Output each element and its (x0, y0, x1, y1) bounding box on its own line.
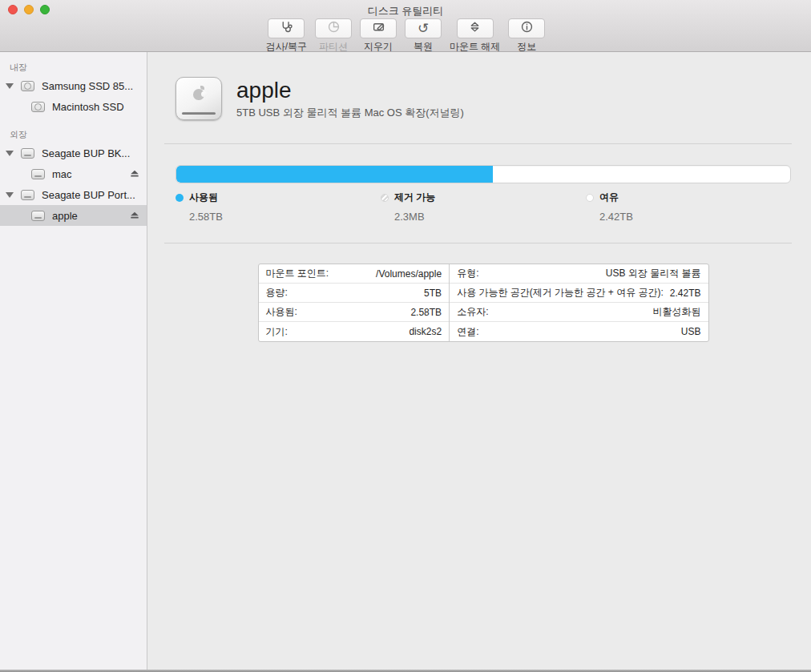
unmount-button[interactable]: 마운트 해제 (450, 18, 500, 54)
sidebar-item-label: Seagate BUP BK... (42, 147, 130, 159)
erase-button[interactable]: 지우기 (360, 18, 397, 54)
sidebar: 내장 Samsung SSD 85... Macintosh SSD 외장 Se… (0, 52, 147, 670)
sidebar-item-label: Macintosh SSD (52, 101, 124, 113)
partition-button[interactable]: 파티션 (315, 18, 352, 54)
usage-legend: 사용됨 2.58TB 제거 가능 2.3MB 여유 2.4 (176, 191, 791, 223)
volume-description: 5TB USB 외장 물리적 볼륨 Mac OS 확장(저널링) (236, 106, 464, 120)
sidebar-item-samsung-ssd[interactable]: Samsung SSD 85... (0, 75, 147, 96)
legend-item-used: 사용됨 2.58TB (176, 191, 381, 223)
sidebar-item-seagate-bup-bk[interactable]: Seagate BUP BK... (0, 143, 147, 163)
disk-utility-window: 디스크 유틸리티 검사/복구 (0, 0, 811, 672)
info-value: disk2s2 (409, 326, 442, 337)
internal-disk-icon (31, 102, 45, 112)
legend-dot-free-icon (586, 194, 594, 202)
info-value: 5TB (424, 288, 442, 299)
disclosure-triangle-icon[interactable] (6, 151, 14, 156)
storage-usage-bar (176, 165, 791, 183)
info-label: 소유자: (457, 305, 488, 319)
sidebar-item-label: mac (52, 168, 72, 180)
info-value: USB 외장 물리적 볼륨 (606, 267, 701, 280)
volume-header: apple 5TB USB 외장 물리적 볼륨 Mac OS 확장(저널링) (147, 74, 811, 123)
sidebar-item-label: apple (52, 210, 78, 222)
sidebar-item-mac[interactable]: mac (0, 163, 147, 184)
partition-icon (327, 20, 341, 37)
sidebar-item-label: Samsung SSD 85... (42, 80, 133, 92)
table-row: 기기: disk2s2 (259, 322, 450, 341)
info-label: 용량: (266, 286, 288, 300)
separator (164, 243, 792, 243)
table-row: 연결: USB (450, 322, 708, 341)
info-value: 비활성화됨 (653, 305, 701, 319)
usage-bar-used-segment (176, 166, 493, 183)
main-panel: apple 5TB USB 외장 물리적 볼륨 Mac OS 확장(저널링) 사… (147, 52, 811, 670)
info-value: 2.58TB (410, 307, 442, 318)
first-aid-button[interactable]: 검사/복구 (266, 18, 307, 54)
info-label: 사용 가능한 공간(제거 가능한 공간 + 여유 공간): (457, 286, 664, 300)
info-label: 마운트 포인트: (266, 267, 329, 280)
unmount-icon (468, 20, 482, 37)
legend-value: 2.58TB (189, 211, 381, 223)
info-button[interactable]: 정보 (508, 18, 545, 54)
sidebar-item-seagate-bup-port[interactable]: Seagate BUP Port... (0, 184, 147, 205)
table-row: 유형: USB 외장 물리적 볼륨 (450, 264, 708, 284)
apple-logo-icon (193, 89, 204, 100)
volume-drive-icon (176, 77, 222, 120)
restore-icon: ↺ (418, 22, 429, 35)
info-label: 기기: (266, 325, 288, 339)
info-icon (520, 20, 534, 37)
eject-icon[interactable] (129, 168, 140, 179)
info-value: 2.42TB (670, 288, 701, 299)
volume-name: apple (236, 78, 464, 103)
legend-value: 2.42TB (599, 211, 791, 223)
table-row: 소유자: 비활성화됨 (450, 303, 708, 322)
toolbar: 검사/복구 파티션 지우기 (0, 18, 811, 54)
external-disk-icon (21, 190, 34, 200)
legend-item-purgeable: 제거 가능 2.3MB (381, 191, 586, 223)
info-label: 연결: (457, 325, 478, 339)
info-label: 사용됨: (266, 305, 297, 319)
external-disk-icon (31, 211, 45, 221)
sidebar-item-apple[interactable]: apple (0, 205, 147, 226)
info-value: USB (681, 326, 701, 337)
volume-info-table: 마운트 포인트: /Volumes/apple 용량: 5TB 사용됨: 2.5… (258, 264, 709, 342)
legend-label: 여유 (599, 191, 619, 204)
legend-label: 제거 가능 (394, 191, 435, 204)
sidebar-section-internal: 내장 (0, 59, 147, 75)
restore-button[interactable]: ↺ 복원 (405, 18, 442, 54)
eject-icon[interactable] (129, 210, 140, 221)
erase-icon (372, 20, 385, 37)
table-row: 사용 가능한 공간(제거 가능한 공간 + 여유 공간): 2.42TB (450, 284, 708, 303)
table-row: 마운트 포인트: /Volumes/apple (259, 264, 450, 284)
legend-value: 2.3MB (394, 211, 586, 223)
disclosure-triangle-icon[interactable] (6, 83, 14, 89)
sidebar-item-macintosh-ssd[interactable]: Macintosh SSD (0, 96, 147, 117)
legend-dot-purgeable-icon (381, 194, 389, 202)
disclosure-triangle-icon[interactable] (6, 192, 14, 198)
drive-slot (182, 112, 215, 115)
separator (164, 143, 792, 144)
first-aid-icon (280, 20, 293, 37)
info-value: /Volumes/apple (376, 268, 442, 280)
legend-label: 사용됨 (189, 191, 218, 204)
table-row: 용량: 5TB (259, 284, 450, 303)
legend-item-free: 여유 2.42TB (586, 191, 791, 223)
external-disk-icon (21, 148, 34, 159)
table-row: 사용됨: 2.58TB (259, 303, 450, 322)
title-bar: 디스크 유틸리티 검사/복구 (0, 0, 811, 52)
internal-disk-icon (21, 81, 34, 91)
external-disk-icon (31, 169, 45, 179)
window-title: 디스크 유틸리티 (0, 4, 811, 18)
sidebar-item-label: Seagate BUP Port... (42, 189, 135, 201)
sidebar-section-external: 외장 (0, 127, 147, 143)
legend-dot-used-icon (176, 194, 184, 202)
info-label: 유형: (457, 267, 478, 280)
